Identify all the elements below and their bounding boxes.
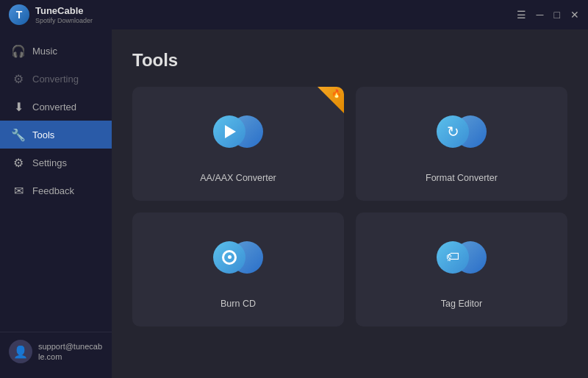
converted-icon: ⬇ xyxy=(12,100,25,113)
sidebar-item-feedback[interactable]: ✉ Feedback xyxy=(0,176,112,204)
headphones-icon: 🎧 xyxy=(12,44,25,57)
circle-front-4: 🏷 xyxy=(437,241,469,274)
tools-grid: 🔥 AA/AAX Converter xyxy=(132,87,567,327)
play-icon xyxy=(225,125,236,138)
format-converter-icon-container: ↻ xyxy=(437,113,487,163)
app-name: TuneCable xyxy=(35,5,93,17)
sidebar-label-tools: Tools xyxy=(32,129,54,140)
app-title-block: TuneCable Spotify Downloader xyxy=(35,5,93,24)
tag-icon: 🏷 xyxy=(446,249,459,265)
refresh-icon: ↻ xyxy=(447,123,459,140)
sidebar-item-settings[interactable]: ⚙ Settings xyxy=(0,149,112,176)
main-layout: 🎧 Music ⚙ Converting ⬇ Converted 🔧 Tools… xyxy=(0,29,588,378)
sidebar: 🎧 Music ⚙ Converting ⬇ Converted 🔧 Tools… xyxy=(0,29,112,378)
circle-front-3 xyxy=(213,241,245,274)
titlebar-controls: ☰ ─ □ ✕ xyxy=(517,10,579,20)
tools-icon: 🔧 xyxy=(12,128,25,141)
user-account-item[interactable]: 👤 support@tunecable.com xyxy=(9,340,103,363)
sidebar-item-converted[interactable]: ⬇ Converted xyxy=(0,93,112,121)
burn-cd-circles-icon xyxy=(213,238,263,277)
sidebar-spacer xyxy=(0,204,112,332)
format-circles-icon: ↻ xyxy=(437,113,487,151)
tool-card-aa-aax-converter[interactable]: 🔥 AA/AAX Converter xyxy=(132,87,344,201)
format-converter-label: Format Converter xyxy=(426,173,498,183)
sidebar-label-settings: Settings xyxy=(32,157,67,168)
aa-aax-label: AA/AAX Converter xyxy=(200,173,276,183)
minimize-button[interactable]: ─ xyxy=(537,10,544,20)
feedback-icon: ✉ xyxy=(12,184,25,197)
titlebar: T TuneCable Spotify Downloader ☰ ─ □ ✕ xyxy=(0,0,588,29)
tag-editor-circles-icon: 🏷 xyxy=(437,238,487,277)
sidebar-item-tools[interactable]: 🔧 Tools xyxy=(0,121,112,149)
circle-front xyxy=(213,115,245,148)
aa-aax-icon-container xyxy=(213,113,263,163)
cd-icon xyxy=(222,250,237,265)
user-email: support@tunecable.com xyxy=(38,341,103,363)
settings-icon: ⚙ xyxy=(12,156,25,169)
sidebar-label-converted: Converted xyxy=(32,101,76,113)
badge-fire-icon: 🔥 xyxy=(331,89,342,99)
titlebar-left: T TuneCable Spotify Downloader xyxy=(9,4,93,25)
tool-card-format-converter[interactable]: ↻ Format Converter xyxy=(356,87,567,201)
close-button[interactable]: ✕ xyxy=(570,10,579,20)
app-subtitle: Spotify Downloader xyxy=(35,17,93,24)
user-avatar: 👤 xyxy=(9,340,32,363)
tool-card-burn-cd[interactable]: Burn CD xyxy=(132,213,344,327)
sidebar-label-feedback: Feedback xyxy=(32,185,74,196)
burn-cd-icon-container xyxy=(213,238,263,288)
content-area: Tools 🔥 AA/AAX Converter xyxy=(112,29,588,378)
app-logo: T xyxy=(9,4,29,25)
tag-editor-label: Tag Editor xyxy=(441,299,482,309)
maximize-button[interactable]: □ xyxy=(554,10,560,20)
tool-badge-aa-aax: 🔥 xyxy=(318,87,344,113)
page-title: Tools xyxy=(132,50,567,71)
sidebar-footer: 👤 support@tunecable.com xyxy=(0,332,112,371)
aa-aax-circles-icon xyxy=(213,113,263,151)
converting-icon: ⚙ xyxy=(12,72,25,85)
burn-cd-label: Burn CD xyxy=(220,299,256,309)
circle-front-2: ↻ xyxy=(437,115,469,148)
cd-dot xyxy=(228,255,232,259)
sidebar-label-music: Music xyxy=(32,46,57,57)
tag-editor-icon-container: 🏷 xyxy=(437,238,487,288)
sidebar-item-converting: ⚙ Converting xyxy=(0,65,112,93)
sidebar-item-music[interactable]: 🎧 Music xyxy=(0,37,112,65)
tool-card-tag-editor[interactable]: 🏷 Tag Editor xyxy=(356,213,567,327)
sidebar-label-converting: Converting xyxy=(32,74,79,85)
menu-button[interactable]: ☰ xyxy=(517,10,526,20)
